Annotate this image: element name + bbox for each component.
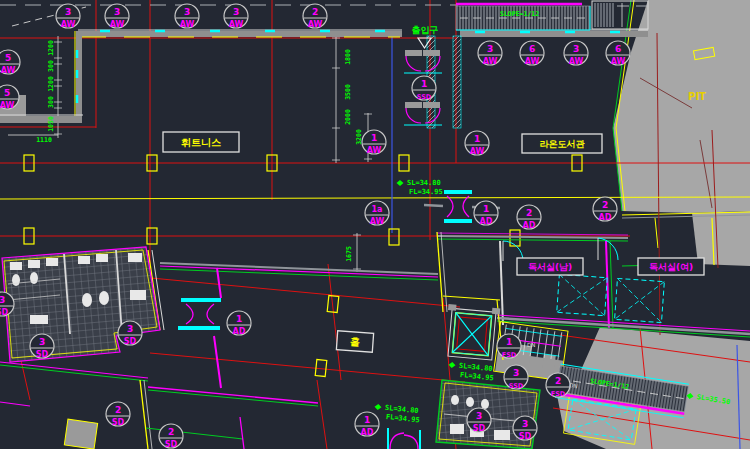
grid-bubble-aw: 6AW	[520, 41, 544, 66]
bubble-number: 3	[573, 44, 579, 54]
grid-bubble-sd: 2SD	[106, 402, 130, 427]
bubble-number: 5	[5, 53, 11, 63]
pit-label: PIT	[688, 91, 706, 102]
bubble-label: AW	[180, 20, 195, 29]
bubble-label: AW	[110, 20, 125, 29]
dimension-text: 1110	[36, 136, 52, 144]
grid-bubble-sd: 3SD	[467, 408, 491, 433]
bubble-label: AD	[233, 327, 246, 336]
room-label-text: 홀	[350, 336, 361, 348]
bubble-number: 2	[312, 7, 318, 17]
bubble-number: 5	[4, 88, 10, 98]
bubble-label: FSD	[551, 390, 566, 398]
bubble-number: 1	[474, 134, 480, 144]
room-label-text: 독서실(남)	[528, 262, 572, 272]
bubble-number: 1	[236, 314, 242, 324]
cad-drawing-viewport[interactable]: 휘트니스라온도서관독서실(남)독서실(여)홀 3AW3AW3AW3AW2AW3A…	[0, 0, 750, 449]
bubble-number: 2	[526, 208, 532, 218]
bubble-label: AW	[525, 57, 540, 66]
bubble-label: AD	[523, 221, 536, 230]
grid-bubble-sd: 3SD	[513, 416, 537, 441]
bubble-label: AW	[61, 20, 76, 29]
floor-plan-canvas[interactable]: 휘트니스라온도서관독서실(남)독서실(여)홀 3AW3AW3AW3AW2AW3A…	[0, 0, 750, 449]
grid-bubble-aw: 3AW	[224, 4, 248, 29]
bubble-number: 3	[522, 419, 528, 429]
grid-bubble-aw: 1AW	[362, 130, 386, 155]
dimension-text: 1200	[47, 76, 55, 92]
bubble-number: 1a	[372, 205, 383, 214]
bubble-number: 1	[421, 79, 427, 89]
grid-bubble-aw: 6AW	[606, 41, 630, 66]
bubble-label: AW	[470, 147, 485, 156]
bubble-label: AW	[229, 20, 244, 29]
bubble-label: FSD	[502, 351, 517, 359]
grid-bubble-aw: 3AW	[175, 4, 199, 29]
bubble-number: 1	[483, 204, 489, 214]
dimension-text: 2000	[344, 109, 352, 125]
level-fl: FL=34.95	[409, 188, 443, 196]
room-label: 라온도서관	[522, 134, 602, 153]
bubble-label: SD	[36, 350, 49, 359]
bubble-label: AW	[483, 57, 498, 66]
grid-bubble-sd: 3SD	[30, 334, 54, 359]
room-label: 홀	[336, 331, 373, 352]
dn-label: DN	[527, 342, 535, 348]
bubble-label: SD	[124, 337, 137, 346]
bubble-label: AD	[480, 217, 493, 226]
bubble-label: SSD	[509, 382, 524, 390]
bubble-number: 3	[114, 7, 120, 17]
bubble-label: SSD	[417, 93, 432, 101]
grid-bubble-fsd: 1FSD	[497, 334, 521, 359]
grid-bubble-ssd: 1SSD	[412, 76, 436, 101]
bubble-number: 6	[529, 44, 535, 54]
bubble-label: SD	[473, 424, 486, 433]
grid-bubble-ad: 2AD	[593, 197, 617, 222]
bubble-number: 3	[233, 7, 239, 17]
bubble-number: 2	[168, 427, 174, 437]
bubble-label: AW	[367, 146, 382, 155]
bubble-label: AW	[1, 66, 16, 75]
grid-bubble-ad: 2AD	[517, 205, 541, 230]
bubble-label: SD	[0, 308, 9, 317]
grid-bubble-aw: 1AW	[465, 131, 489, 156]
room-label: 독서실(여)	[638, 258, 704, 275]
room-label: 독서실(남)	[517, 258, 583, 275]
bubble-label: AD	[599, 213, 612, 222]
room-label-text: 독서실(여)	[649, 262, 693, 272]
bubble-number: 1	[506, 337, 512, 347]
bubble-number: 1	[371, 133, 377, 143]
bubble-number: 3	[476, 411, 482, 421]
bubble-number: 3	[513, 368, 519, 378]
bubble-number: 3	[487, 44, 493, 54]
bubble-number: 2	[602, 200, 608, 210]
room-label: 휘트니스	[163, 132, 239, 152]
room-label-text: 휘트니스	[181, 137, 221, 148]
bubble-number: 3	[0, 295, 5, 305]
bubble-label: SD	[165, 440, 178, 449]
dimension-text: 1200	[47, 40, 55, 56]
bubble-number: 1	[364, 415, 370, 425]
bubble-number: 2	[555, 376, 561, 386]
grid-bubble-ad: 1AD	[227, 311, 251, 336]
bubble-label: SD	[519, 432, 532, 441]
bubble-label: AW	[0, 101, 15, 110]
dimension-text: 1800	[344, 49, 352, 65]
bubble-number: 2	[115, 405, 121, 415]
bubble-label: SD	[112, 418, 125, 427]
grid-bubble-fsd: 2FSD	[546, 373, 570, 398]
dimension-text: 3500	[344, 84, 352, 100]
grid-bubble-aw: 1aAW	[365, 201, 389, 226]
grid-bubble-aw: 3AW	[564, 41, 588, 66]
entrance-label: 출입구	[412, 25, 439, 35]
grid-bubble-sd: 3SD	[118, 321, 142, 346]
grid-bubble-ad: 1AD	[474, 201, 498, 226]
grid-bubble-aw: 3AW	[56, 4, 80, 29]
dimension-text: 3200	[355, 129, 363, 145]
bubble-number: 3	[127, 324, 133, 334]
bubble-number: 3	[184, 7, 190, 17]
bubble-label: AD	[361, 428, 374, 437]
room-label-text: 라온도서관	[540, 139, 585, 149]
dimension-text: 1675	[345, 246, 353, 262]
grid-bubble-ssd: 3SSD	[504, 365, 528, 390]
grid-bubble-sd: 2SD	[159, 424, 183, 449]
